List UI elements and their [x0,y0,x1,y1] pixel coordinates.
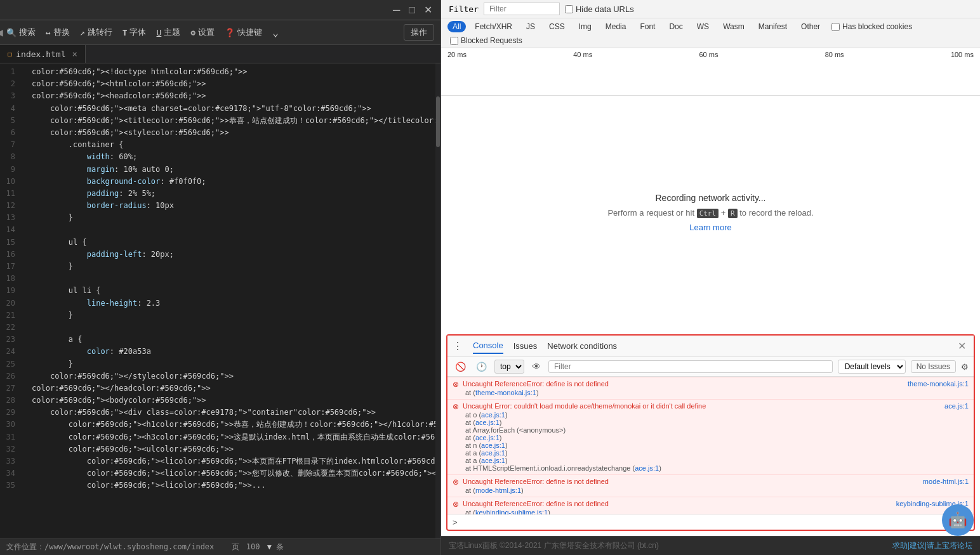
help-link[interactable]: 求助|建议|请上宝塔论坛 [892,540,972,551]
filter-tabs-bar: AllFetch/XHRJSCSSImgMediaFontDocWSWasmMa… [441,18,980,48]
minimize-button[interactable]: ─ [390,3,403,17]
stack-link[interactable]: ace.js:1 [481,449,505,457]
console-error-2: ⊗Uncaught ReferenceError: define is not … [447,474,974,497]
tab-close-button[interactable]: × [72,49,77,59]
filter-tab-doc[interactable]: Doc [664,21,687,32]
error-icon: ⊗ [453,402,459,411]
console-error-1: ⊗Uncaught Error: couldn't load module ac… [447,399,974,474]
tab-console[interactable]: Console [473,338,503,354]
hide-urls-checkbox-label[interactable]: Hide data URLs [565,4,634,14]
theme-icon: U [156,28,161,37]
prompt-symbol: > [453,518,458,527]
editor-status-bar: 文件位置：/www/wwwroot/wlwt.sybosheng.com/ind… [0,539,440,555]
stack-link[interactable]: ace.js:1 [635,464,659,472]
timeline-body [447,61,974,93]
font-icon: T [122,28,128,37]
code-content[interactable]: color:#569cd6;"><!doctype htmlcolor:#569… [25,63,435,539]
editor-window-bar: ─ □ ✕ [0,0,440,20]
console-errors-list: ⊗Uncaught ReferenceError: define is not … [447,377,974,514]
no-issues-badge: No Issues [911,360,956,373]
shortcuts-tool[interactable]: ❓ 快捷键 [225,27,262,38]
close-button[interactable]: ✕ [421,3,435,17]
console-toolbar: 🚫 🕐 top 👁 Default levels No Issues ⚙ [447,357,974,377]
error-icon: ⊗ [453,380,459,389]
devtools-panel: Filter Hide data URLs AllFetch/XHRJSCSSI… [441,0,980,555]
console-eye-button[interactable]: 👁 [529,360,543,373]
filter-tab-wasm[interactable]: Wasm [718,21,750,32]
recording-title: Recording network activity... [655,193,765,203]
stack-link[interactable]: ace.js:1 [481,441,505,449]
vertical-scrollbar[interactable] [435,63,440,539]
console-context-select[interactable]: top [494,360,524,374]
footer-bar: 宝塔Linux面板 ©2014-2021 广东堡塔安全技术有限公司 (bt.cn… [441,536,980,555]
line-numbers: 1234567891011121314151617181920212223242… [0,63,25,539]
console-clear-button[interactable]: 🚫 [453,360,468,373]
stack-link[interactable]: theme-monokai.js:1 [475,389,536,396]
console-levels-select[interactable]: Default levels [838,360,906,374]
tab-network-conditions[interactable]: Network conditions [547,339,617,353]
stack-link[interactable]: ace.js:1 [475,419,500,426]
editor-toolbar: 🔍 搜索 ↔ 替换 ↗ 跳转行 T 字体 U 主题 [0,20,440,45]
filter-tab-css[interactable]: CSS [544,21,570,32]
hide-urls-checkbox[interactable] [565,5,573,13]
filter-tab-all[interactable]: All [447,21,466,32]
code-editor[interactable]: 1234567891011121314151617181920212223242… [0,63,440,539]
console-close-button[interactable]: ✕ [955,341,969,351]
stack-link[interactable]: mode-html.js:1 [475,486,521,494]
count-dropdown[interactable]: ▼ [267,542,272,551]
error-source-link[interactable]: theme-monokai.js:1 [908,380,969,396]
error-source-link[interactable]: ace.js:1 [944,402,969,472]
html-file-icon: ◻ [8,49,12,58]
filter-tab-js[interactable]: JS [521,21,540,32]
stack-link[interactable]: ace.js:1 [475,434,500,441]
stack-link[interactable]: keybinding-sublime.js:1 [475,509,548,514]
font-tool[interactable]: T 字体 [122,27,147,38]
filter-tab-font[interactable]: Font [635,21,660,32]
maximize-button[interactable]: □ [406,3,418,17]
console-error-3: ⊗Uncaught ReferenceError: define is not … [447,497,974,514]
devtools-filter-row: Filter Hide data URLs [441,0,980,18]
network-recording-area: Recording network activity... Perform a … [441,96,980,329]
filter-tab-media[interactable]: Media [600,21,632,32]
filter-tab-ws[interactable]: WS [692,21,714,32]
console-tabs: ⋮ Console Issues Network conditions ✕ [447,336,974,357]
settings-tool[interactable]: ⚙ 设置 [190,27,215,38]
learn-more-link[interactable]: Learn more [689,223,731,232]
filter-tab-manifest[interactable]: Manifest [753,21,792,32]
filter-input[interactable] [484,3,560,15]
expand-icon[interactable]: ⌄ [272,27,279,39]
console-filter-input[interactable] [548,360,833,373]
console-error-0: ⊗Uncaught ReferenceError: define is not … [447,377,974,399]
tab-issues[interactable]: Issues [513,339,538,353]
jump-tool[interactable]: ↗ 跳转行 [80,27,112,38]
filter-label: Filter [449,4,479,14]
timeline-ruler: 20 ms40 ms60 ms80 ms100 ms [441,48,980,96]
search-tool[interactable]: 🔍 搜索 [6,27,36,38]
sidebar-toggle[interactable]: ◀ [0,25,8,40]
theme-tool[interactable]: U 主题 [156,27,180,38]
stack-link[interactable]: ace.js:1 [481,411,505,419]
settings-icon: ⚙ [190,28,195,37]
filter-tab-img[interactable]: Img [574,21,597,32]
chat-bot-icon[interactable]: 🤖 [942,504,974,536]
ops-button[interactable]: 操作 [404,24,434,41]
recording-sub: Perform a request or hit Ctrl + R to rec… [607,208,813,218]
error-icon: ⊗ [453,478,459,486]
tab-bar: ◻ index.html × [0,45,440,63]
replace-tool[interactable]: ↔ 替换 [46,27,70,38]
error-source-link[interactable]: mode-html.js:1 [923,478,969,494]
console-settings-button[interactable]: ⚙ [961,362,969,372]
console-clock-button[interactable]: 🕐 [473,360,489,373]
console-panel: ⋮ Console Issues Network conditions ✕ 🚫 … [446,334,975,531]
scrollbar-thumb[interactable] [436,96,440,147]
error-icon: ⊗ [453,500,459,509]
replace-icon: ↔ [46,28,51,37]
shortcuts-icon: ❓ [225,28,235,37]
console-menu-icon[interactable]: ⋮ [453,340,463,352]
jump-icon: ↗ [80,28,85,37]
filter-tab-other[interactable]: Other [796,21,825,32]
console-input[interactable] [461,518,969,527]
stack-link[interactable]: ace.js:1 [481,457,505,464]
tab-index-html[interactable]: ◻ index.html × [0,45,86,63]
filter-tab-fetch/xhr[interactable]: Fetch/XHR [470,21,517,32]
